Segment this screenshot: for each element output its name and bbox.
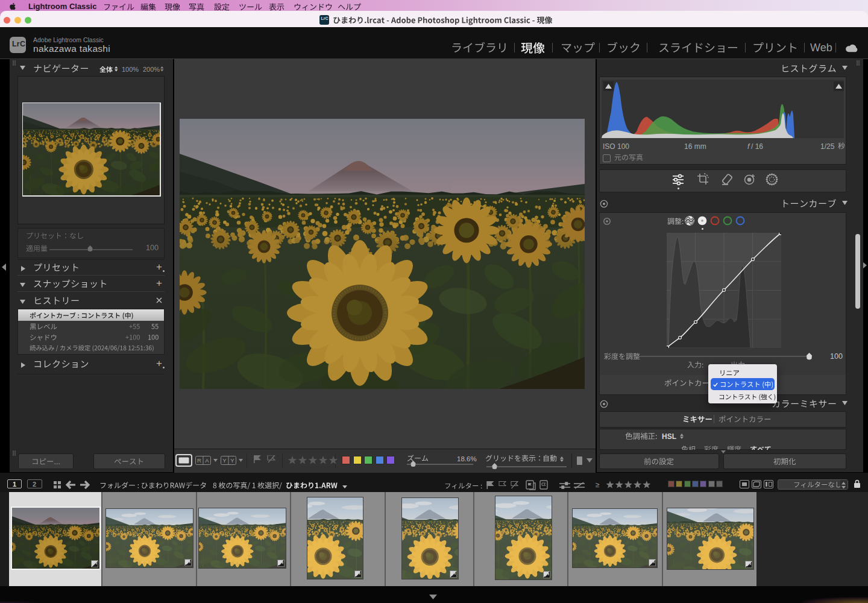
svg-text:R: R xyxy=(197,457,201,464)
svg-text:Y: Y xyxy=(222,457,227,464)
svg-text:Y: Y xyxy=(230,457,234,464)
svg-text:A: A xyxy=(205,457,209,464)
